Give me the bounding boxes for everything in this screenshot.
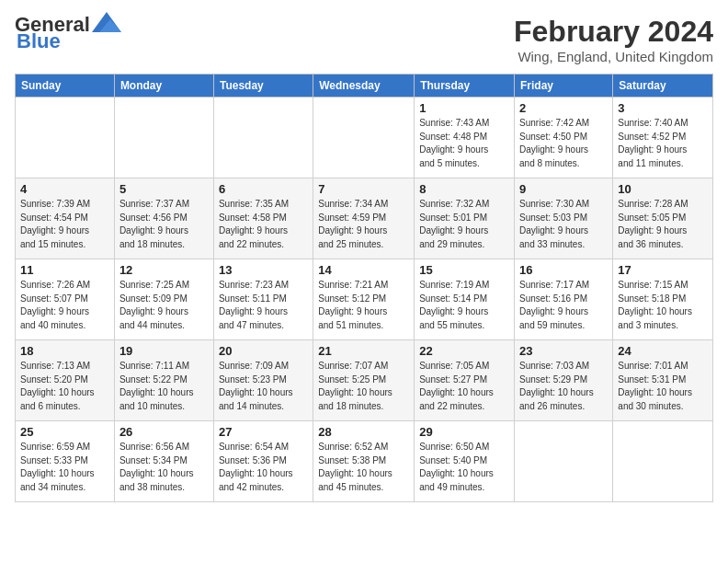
calendar-cell: 26Sunrise: 6:56 AMSunset: 5:34 PMDayligh… — [114, 421, 213, 502]
day-number: 24 — [618, 344, 708, 358]
day-number: 16 — [519, 263, 608, 277]
calendar-cell: 2Sunrise: 7:42 AMSunset: 4:50 PMDaylight… — [515, 98, 613, 178]
calendar-cell: 11Sunrise: 7:26 AMSunset: 5:07 PMDayligh… — [16, 259, 115, 340]
calendar-cell: 27Sunrise: 6:54 AMSunset: 5:36 PMDayligh… — [213, 421, 313, 502]
day-number: 29 — [419, 425, 509, 439]
weekday-header-wednesday: Wednesday — [313, 75, 415, 98]
weekday-header-friday: Friday — [515, 75, 613, 98]
day-info: Sunrise: 6:52 AMSunset: 5:38 PMDaylight:… — [318, 441, 409, 494]
calendar-week-row: 18Sunrise: 7:13 AMSunset: 5:20 PMDayligh… — [16, 340, 713, 421]
day-number: 4 — [20, 182, 109, 196]
calendar-week-row: 4Sunrise: 7:39 AMSunset: 4:54 PMDaylight… — [16, 178, 713, 259]
calendar-cell: 5Sunrise: 7:37 AMSunset: 4:56 PMDaylight… — [114, 178, 213, 259]
weekday-header-saturday: Saturday — [613, 75, 713, 98]
day-info: Sunrise: 7:05 AMSunset: 5:27 PMDaylight:… — [419, 360, 509, 413]
logo: General Blue — [15, 15, 121, 52]
calendar-week-row: 1Sunrise: 7:43 AMSunset: 4:48 PMDaylight… — [16, 98, 713, 178]
day-number: 5 — [119, 182, 209, 196]
calendar-cell: 8Sunrise: 7:32 AMSunset: 5:01 PMDaylight… — [415, 178, 515, 259]
day-number: 25 — [20, 425, 109, 439]
calendar-cell — [313, 98, 415, 178]
day-info: Sunrise: 7:07 AMSunset: 5:25 PMDaylight:… — [318, 360, 409, 413]
day-info: Sunrise: 7:26 AMSunset: 5:07 PMDaylight:… — [20, 279, 109, 332]
logo-icon — [92, 12, 121, 32]
day-number: 11 — [20, 263, 109, 277]
calendar-cell: 17Sunrise: 7:15 AMSunset: 5:18 PMDayligh… — [613, 259, 713, 340]
day-number: 1 — [419, 101, 509, 115]
calendar-cell: 19Sunrise: 7:11 AMSunset: 5:22 PMDayligh… — [114, 340, 213, 421]
day-info: Sunrise: 7:13 AMSunset: 5:20 PMDaylight:… — [20, 360, 109, 413]
day-number: 13 — [219, 263, 308, 277]
day-info: Sunrise: 6:56 AMSunset: 5:34 PMDaylight:… — [119, 441, 209, 494]
day-info: Sunrise: 7:01 AMSunset: 5:31 PMDaylight:… — [618, 360, 708, 413]
day-number: 8 — [419, 182, 509, 196]
calendar-cell: 28Sunrise: 6:52 AMSunset: 5:38 PMDayligh… — [313, 421, 415, 502]
calendar-cell — [515, 421, 613, 502]
calendar-cell: 3Sunrise: 7:40 AMSunset: 4:52 PMDaylight… — [613, 98, 713, 178]
day-number: 3 — [618, 101, 708, 115]
calendar-cell: 7Sunrise: 7:34 AMSunset: 4:59 PMDaylight… — [313, 178, 415, 259]
day-info: Sunrise: 7:42 AMSunset: 4:50 PMDaylight:… — [519, 117, 608, 170]
day-info: Sunrise: 7:28 AMSunset: 5:05 PMDaylight:… — [618, 198, 708, 251]
day-info: Sunrise: 7:19 AMSunset: 5:14 PMDaylight:… — [419, 279, 509, 332]
calendar-cell — [16, 98, 115, 178]
calendar-cell — [613, 421, 713, 502]
calendar-cell: 22Sunrise: 7:05 AMSunset: 5:27 PMDayligh… — [415, 340, 515, 421]
day-number: 9 — [519, 182, 608, 196]
day-info: Sunrise: 7:21 AMSunset: 5:12 PMDaylight:… — [318, 279, 409, 332]
calendar-cell: 25Sunrise: 6:59 AMSunset: 5:33 PMDayligh… — [16, 421, 115, 502]
day-info: Sunrise: 7:23 AMSunset: 5:11 PMDaylight:… — [219, 279, 308, 332]
day-number: 7 — [318, 182, 409, 196]
calendar-cell: 9Sunrise: 7:30 AMSunset: 5:03 PMDaylight… — [515, 178, 613, 259]
calendar-cell: 12Sunrise: 7:25 AMSunset: 5:09 PMDayligh… — [114, 259, 213, 340]
day-info: Sunrise: 7:32 AMSunset: 5:01 PMDaylight:… — [419, 198, 509, 251]
day-number: 6 — [219, 182, 308, 196]
calendar-cell: 14Sunrise: 7:21 AMSunset: 5:12 PMDayligh… — [313, 259, 415, 340]
weekday-header-thursday: Thursday — [415, 75, 515, 98]
calendar-cell: 13Sunrise: 7:23 AMSunset: 5:11 PMDayligh… — [213, 259, 313, 340]
day-number: 17 — [618, 263, 708, 277]
day-number: 20 — [219, 344, 308, 358]
day-number: 23 — [519, 344, 608, 358]
calendar-cell: 16Sunrise: 7:17 AMSunset: 5:16 PMDayligh… — [515, 259, 613, 340]
day-number: 2 — [519, 101, 608, 115]
calendar-cell: 6Sunrise: 7:35 AMSunset: 4:58 PMDaylight… — [213, 178, 313, 259]
logo-text-blue: Blue — [17, 31, 61, 52]
calendar-cell: 20Sunrise: 7:09 AMSunset: 5:23 PMDayligh… — [213, 340, 313, 421]
day-info: Sunrise: 7:40 AMSunset: 4:52 PMDaylight:… — [618, 117, 708, 170]
location: Wing, England, United Kingdom — [514, 49, 713, 64]
title-area: February 2024 Wing, England, United King… — [514, 15, 713, 64]
day-info: Sunrise: 7:11 AMSunset: 5:22 PMDaylight:… — [119, 360, 209, 413]
day-number: 27 — [219, 425, 308, 439]
day-info: Sunrise: 7:34 AMSunset: 4:59 PMDaylight:… — [318, 198, 409, 251]
calendar-week-row: 11Sunrise: 7:26 AMSunset: 5:07 PMDayligh… — [16, 259, 713, 340]
calendar-cell: 10Sunrise: 7:28 AMSunset: 5:05 PMDayligh… — [613, 178, 713, 259]
calendar-cell: 23Sunrise: 7:03 AMSunset: 5:29 PMDayligh… — [515, 340, 613, 421]
calendar-cell: 24Sunrise: 7:01 AMSunset: 5:31 PMDayligh… — [613, 340, 713, 421]
day-info: Sunrise: 6:50 AMSunset: 5:40 PMDaylight:… — [419, 441, 509, 494]
calendar-week-row: 25Sunrise: 6:59 AMSunset: 5:33 PMDayligh… — [16, 421, 713, 502]
day-number: 21 — [318, 344, 409, 358]
day-info: Sunrise: 6:59 AMSunset: 5:33 PMDaylight:… — [20, 441, 109, 494]
day-info: Sunrise: 7:17 AMSunset: 5:16 PMDaylight:… — [519, 279, 608, 332]
calendar-cell: 1Sunrise: 7:43 AMSunset: 4:48 PMDaylight… — [415, 98, 515, 178]
day-info: Sunrise: 7:37 AMSunset: 4:56 PMDaylight:… — [119, 198, 209, 251]
day-info: Sunrise: 7:09 AMSunset: 5:23 PMDaylight:… — [219, 360, 308, 413]
month-title: February 2024 — [514, 15, 713, 49]
calendar-cell: 4Sunrise: 7:39 AMSunset: 4:54 PMDaylight… — [16, 178, 115, 259]
day-info: Sunrise: 7:43 AMSunset: 4:48 PMDaylight:… — [419, 117, 509, 170]
weekday-header-monday: Monday — [114, 75, 213, 98]
calendar-table: SundayMondayTuesdayWednesdayThursdayFrid… — [15, 74, 713, 502]
calendar-cell: 29Sunrise: 6:50 AMSunset: 5:40 PMDayligh… — [415, 421, 515, 502]
day-number: 26 — [119, 425, 209, 439]
weekday-header-row: SundayMondayTuesdayWednesdayThursdayFrid… — [16, 75, 713, 98]
weekday-header-tuesday: Tuesday — [213, 75, 313, 98]
day-number: 22 — [419, 344, 509, 358]
day-number: 19 — [119, 344, 209, 358]
weekday-header-sunday: Sunday — [16, 75, 115, 98]
day-info: Sunrise: 7:39 AMSunset: 4:54 PMDaylight:… — [20, 198, 109, 251]
day-number: 12 — [119, 263, 209, 277]
day-info: Sunrise: 6:54 AMSunset: 5:36 PMDaylight:… — [219, 441, 308, 494]
page-header: General Blue February 2024 Wing, England… — [15, 15, 713, 64]
day-info: Sunrise: 7:15 AMSunset: 5:18 PMDaylight:… — [618, 279, 708, 332]
